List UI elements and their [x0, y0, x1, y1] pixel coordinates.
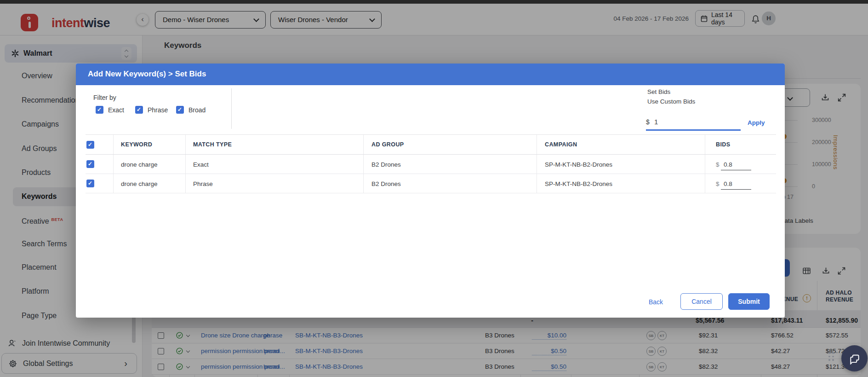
app-window: intentwise ‹ Demo - Wiser Drones Wiser D…: [0, 0, 868, 377]
modal-table-row: drone charge Phrase B2 Drones SP-M-KT-NB…: [86, 174, 776, 193]
modal-keywords-table: KEYWORD MATCH TYPE AD GROUP CAMPAIGN BID…: [86, 134, 776, 193]
custom-bid-input-underline: [646, 129, 741, 131]
ad-group-cell: B2 Drones: [371, 161, 401, 168]
match-type-cell: Exact: [193, 161, 209, 168]
column-header-campaign: CAMPAIGN: [545, 141, 577, 148]
back-button[interactable]: Back: [649, 298, 663, 306]
match-type-cell: Phrase: [193, 180, 213, 187]
bid-input-underline: [721, 189, 751, 190]
custom-bid-input[interactable]: 1: [654, 118, 658, 126]
filter-divider: [231, 88, 232, 129]
bid-input[interactable]: 0.8: [724, 161, 732, 168]
submit-button[interactable]: Submit: [728, 293, 770, 310]
bid-currency: $: [716, 161, 720, 168]
keyword-cell: drone charge: [121, 180, 158, 187]
campaign-cell: SP-M-KT-NB-B2-Drones: [545, 161, 612, 168]
use-custom-bids-label: Use Custom Bids: [647, 98, 695, 105]
filter-checkbox-broad[interactable]: [176, 106, 184, 114]
filter-checkbox-phrase[interactable]: [135, 106, 143, 114]
column-header-keyword: KEYWORD: [121, 141, 152, 148]
filter-label-broad: Broad: [188, 106, 206, 114]
bid-input[interactable]: 0.8: [724, 180, 732, 187]
modal-table-row: drone charge Exact B2 Drones SP-M-KT-NB-…: [86, 155, 776, 174]
cancel-button[interactable]: Cancel: [680, 293, 723, 310]
currency-symbol: $: [646, 118, 650, 126]
modal-title: Add New Keyword(s) > Set Bids: [88, 70, 206, 79]
add-keywords-set-bids-modal: Add New Keyword(s) > Set Bids Filter by …: [76, 64, 785, 318]
chat-widget-button[interactable]: [841, 345, 868, 371]
filter-label-exact: Exact: [108, 106, 124, 114]
row-checkbox[interactable]: [86, 180, 94, 187]
bid-input-underline: [721, 170, 751, 170]
column-header-bids: BIDS: [716, 141, 730, 148]
campaign-cell: SP-M-KT-NB-B2-Drones: [545, 180, 612, 187]
keyword-cell: drone charge: [121, 161, 158, 168]
ad-group-cell: B2 Drones: [371, 180, 401, 187]
modal-table-header-row: KEYWORD MATCH TYPE AD GROUP CAMPAIGN BID…: [86, 135, 776, 155]
filter-label-phrase: Phrase: [148, 106, 168, 114]
widget-drag-handle[interactable]: [828, 352, 834, 361]
select-all-checkbox[interactable]: [86, 141, 94, 149]
row-checkbox[interactable]: [86, 160, 94, 168]
filter-checkbox-exact[interactable]: [96, 106, 103, 114]
column-header-ad-group: AD GROUP: [371, 141, 404, 148]
chat-icon: [849, 353, 861, 365]
column-header-match-type: MATCH TYPE: [193, 141, 232, 148]
bid-currency: $: [716, 180, 720, 187]
set-bids-heading: Set Bids: [647, 88, 670, 95]
apply-button[interactable]: Apply: [748, 119, 765, 126]
filter-by-label: Filter by: [93, 94, 116, 101]
